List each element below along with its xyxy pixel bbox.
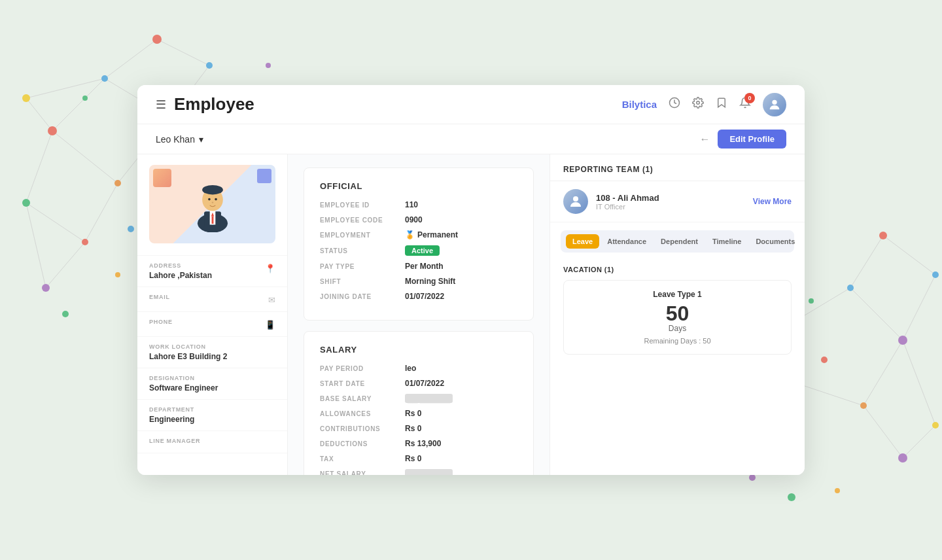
svg-line-12	[46, 242, 85, 288]
leave-type: Leave Type 1	[574, 290, 780, 299]
svg-point-25	[62, 311, 69, 317]
tab-documents[interactable]: Documents	[749, 234, 801, 249]
edit-profile-button[interactable]: Edit Profile	[718, 130, 786, 149]
svg-line-4	[26, 131, 52, 203]
svg-point-18	[22, 199, 30, 207]
department-label: DEPARTMENT	[149, 406, 275, 413]
field-status: STATUS Active	[320, 245, 517, 256]
field-net-salary: NET SALARY ██ ██████	[320, 469, 517, 475]
svg-line-7	[105, 39, 157, 79]
field-tax: TAX Rs 0	[320, 454, 517, 463]
sub-header-right: ← Edit Profile	[699, 130, 786, 149]
tab-timeline[interactable]: Timeline	[706, 234, 748, 249]
base-salary-redacted: ██ ██████	[405, 394, 453, 403]
middle-panel: OFFICIAL EMPLOYEE ID 110 EMPLOYEE CODE 0…	[288, 154, 550, 475]
phone-icon: 📱	[265, 320, 275, 330]
field-deductions: DEDUCTIONS Rs 13,900	[320, 439, 517, 448]
tabs-bar: Leave Attendance Dependent Timeline Docu…	[561, 230, 794, 253]
svg-point-51	[932, 271, 939, 278]
accent-blob-left	[153, 169, 171, 187]
field-joining-date: JOINING DATE 01/07/2022	[320, 292, 517, 301]
gear-icon[interactable]	[692, 97, 704, 112]
field-pay-period: PAY PERIOD leo	[320, 364, 517, 373]
department-value: Engineering	[149, 415, 275, 424]
notification-count: 0	[744, 93, 755, 103]
svg-point-55	[821, 357, 828, 363]
menu-icon[interactable]: ☰	[156, 97, 166, 112]
designation-section: DESIGNATION Software Engineer	[137, 368, 287, 400]
brand-label: Bilytica	[622, 99, 657, 110]
dropdown-chevron: ▾	[199, 134, 203, 145]
bookmark-icon[interactable]	[716, 97, 727, 112]
leave-content: VACATION (1) Leave Type 1 50 Days Remain…	[550, 260, 805, 360]
svg-point-61	[749, 474, 756, 481]
field-base-salary: BASE SALARY ██ ██████	[320, 394, 517, 403]
svg-point-45	[847, 285, 854, 291]
designation-label: DESIGNATION	[149, 375, 275, 381]
profile-image-container	[149, 165, 275, 243]
svg-point-76	[211, 201, 213, 203]
svg-point-20	[22, 94, 30, 102]
field-pay-type: PAY TYPE Per Month	[320, 262, 517, 271]
field-employee-id: EMPLOYEE ID 110	[320, 200, 517, 209]
right-panel: REPORTING TEAM (1) 108 - Ali Ahmad IT Of…	[550, 154, 805, 475]
field-employee-code: EMPLOYEE CODE 0900	[320, 215, 517, 224]
official-section: OFFICIAL EMPLOYEE ID 110 EMPLOYEE CODE 0…	[304, 167, 534, 321]
svg-point-74	[208, 198, 211, 200]
svg-point-30	[82, 96, 88, 101]
svg-point-65	[697, 101, 700, 105]
field-employment: EMPLOYMENT 🏅 Permanent	[320, 230, 517, 239]
tab-dependent[interactable]: Dependent	[654, 234, 705, 249]
svg-line-0	[52, 79, 105, 131]
leave-days: 50	[574, 303, 780, 324]
work-location-section: WORK LOCATION Lahore E3 Building 2	[137, 337, 287, 368]
sub-header: Leo Khan ▾ ← Edit Profile	[137, 124, 805, 154]
svg-point-22	[206, 62, 213, 69]
clock-icon[interactable]	[669, 97, 680, 112]
vacation-label: VACATION (1)	[563, 266, 792, 273]
reporting-person: 108 - Ali Ahmad IT Officer View More	[550, 181, 805, 222]
svg-point-73	[202, 184, 223, 194]
department-section: DEPARTMENT Engineering	[137, 400, 287, 431]
svg-point-14	[48, 126, 57, 135]
bell-icon[interactable]: 0	[739, 97, 751, 112]
svg-line-38	[850, 236, 883, 288]
employee-name-dropdown[interactable]: Leo Khan ▾	[156, 134, 203, 145]
reporting-person-name: 108 - Ali Ahmad	[596, 193, 659, 203]
tab-leave[interactable]: Leave	[566, 234, 599, 249]
phone-label: PHONE	[149, 319, 173, 325]
back-arrow[interactable]: ←	[699, 133, 710, 145]
svg-line-33	[864, 340, 903, 406]
phone-row: PHONE 📱	[149, 319, 275, 330]
address-row: ADDRESS Lahore ,Pakistan 📍	[149, 262, 275, 280]
svg-point-24	[115, 272, 120, 277]
svg-line-10	[26, 98, 52, 131]
leave-days-label: Days	[574, 324, 780, 333]
tab-assets[interactable]: Assets	[803, 234, 805, 249]
svg-line-32	[850, 288, 903, 340]
svg-point-23	[42, 284, 50, 292]
status-badge: Active	[405, 245, 440, 256]
svg-point-66	[772, 99, 776, 104]
view-more-link[interactable]: View More	[753, 197, 792, 206]
svg-point-52	[898, 453, 907, 463]
svg-point-62	[788, 493, 795, 501]
svg-line-13	[26, 203, 46, 288]
svg-point-77	[573, 196, 578, 201]
svg-point-63	[835, 488, 840, 493]
svg-point-53	[932, 422, 939, 429]
reporting-person-info: 108 - Ali Ahmad IT Officer	[596, 193, 659, 211]
svg-point-26	[128, 226, 134, 232]
left-panel: ADDRESS Lahore ,Pakistan 📍 EMAIL ✉ PHONE…	[137, 154, 288, 475]
email-icon: ✉	[268, 295, 275, 305]
svg-line-43	[903, 340, 935, 425]
svg-line-5	[26, 203, 85, 242]
svg-point-46	[898, 336, 907, 345]
svg-point-50	[879, 232, 887, 239]
accent-blob-right	[257, 169, 271, 183]
content-area: ADDRESS Lahore ,Pakistan 📍 EMAIL ✉ PHONE…	[137, 154, 805, 475]
user-avatar[interactable]	[763, 93, 786, 116]
field-contributions: CONTRIBUTIONS Rs 0	[320, 424, 517, 433]
tab-attendance[interactable]: Attendance	[601, 234, 653, 249]
svg-point-47	[860, 402, 867, 409]
